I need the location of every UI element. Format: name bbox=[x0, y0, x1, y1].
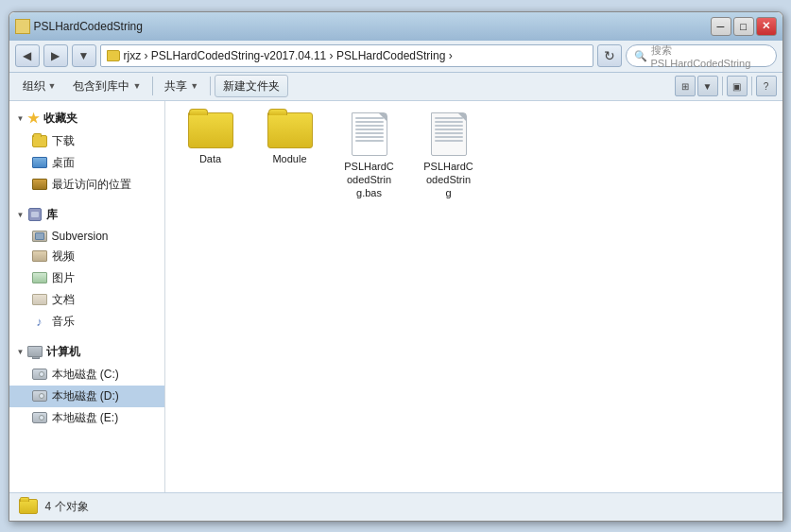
drive-e-icon bbox=[32, 411, 47, 424]
favorites-header[interactable]: ▼ ★ 收藏夹 bbox=[9, 107, 164, 130]
share-label: 共享 bbox=[164, 78, 187, 94]
new-folder-button[interactable]: 新建文件夹 bbox=[215, 75, 288, 97]
preview-pane-button[interactable]: ▣ bbox=[727, 76, 748, 96]
data-folder-icon bbox=[188, 112, 233, 148]
sidebar-item-music[interactable]: ♪ 音乐 bbox=[9, 311, 164, 333]
sidebar-item-subversion[interactable]: Subversion bbox=[9, 227, 164, 246]
sidebar-item-downloads[interactable]: 下载 bbox=[9, 130, 164, 152]
file-item-psl[interactable]: PSLHardCodedString bbox=[411, 109, 487, 204]
back-button[interactable]: ◀ bbox=[15, 44, 40, 67]
favorites-triangle: ▼ bbox=[17, 114, 25, 123]
include-library-label: 包含到库中 bbox=[73, 78, 129, 94]
subversion-icon bbox=[32, 230, 47, 243]
file-item-psl-bas[interactable]: PSLHardCodedString.bas bbox=[332, 109, 407, 204]
drive-c-label: 本地磁盘 (C:) bbox=[52, 367, 119, 383]
documents-label: 文档 bbox=[52, 292, 75, 308]
address-path[interactable]: rjxz › PSLHardCodedString-v2017.04.11 › … bbox=[100, 44, 593, 67]
library-header[interactable]: ▼ 库 bbox=[9, 203, 164, 227]
psl-bas-doc-icon bbox=[352, 112, 387, 156]
include-library-button[interactable]: 包含到库中 ▼ bbox=[65, 75, 148, 97]
toolbar-separator-4 bbox=[751, 77, 752, 95]
psl-line-7 bbox=[435, 140, 463, 142]
hdd-d-icon bbox=[32, 390, 47, 402]
main-area: ▼ ★ 收藏夹 下载 桌面 bbox=[9, 101, 782, 492]
share-arrow: ▼ bbox=[190, 81, 198, 91]
psl-line-4 bbox=[435, 129, 463, 130]
close-button[interactable]: ✕ bbox=[756, 17, 777, 36]
psl-bas-name: PSLHardCodedString.bas bbox=[344, 160, 394, 200]
downloads-label: 下载 bbox=[52, 133, 75, 149]
dropdown-button[interactable]: ▼ bbox=[72, 44, 96, 67]
toolbar: 组织 ▼ 包含到库中 ▼ 共享 ▼ 新建文件夹 ⊞ ▼ ▣ bbox=[9, 73, 782, 101]
drive-e-label: 本地磁盘 (E:) bbox=[52, 410, 119, 426]
share-button[interactable]: 共享 ▼ bbox=[157, 75, 206, 97]
refresh-icon: ↻ bbox=[604, 48, 615, 63]
music-label: 音乐 bbox=[52, 314, 75, 330]
doc-line-5 bbox=[355, 132, 384, 134]
sidebar-item-video[interactable]: 视频 bbox=[9, 246, 164, 267]
view-icon: ⊞ bbox=[681, 81, 689, 92]
computer-section: ▼ 计算机 本地磁盘 (C:) bbox=[9, 340, 164, 429]
main-window: PSLHardCodedString ─ □ ✕ ◀ ▶ ▼ rjxz › PS… bbox=[9, 11, 783, 522]
search-icon: 🔍 bbox=[634, 50, 647, 62]
forward-button[interactable]: ▶ bbox=[43, 44, 68, 67]
titlebar-buttons: ─ □ ✕ bbox=[711, 17, 777, 36]
minimize-button[interactable]: ─ bbox=[711, 17, 731, 36]
video-folder-icon bbox=[32, 250, 47, 262]
organize-button[interactable]: 组织 ▼ bbox=[15, 75, 64, 97]
psl-line-5 bbox=[435, 132, 463, 134]
psl-line-3 bbox=[435, 125, 463, 127]
pictures-icon bbox=[32, 271, 47, 284]
toolbar-separator-1 bbox=[152, 77, 153, 95]
back-icon: ◀ bbox=[23, 49, 31, 62]
dropdown-icon: ▼ bbox=[78, 49, 90, 62]
recent-icon bbox=[32, 178, 47, 191]
preview-icon: ▣ bbox=[732, 81, 741, 92]
svn-inner bbox=[35, 232, 44, 240]
drive-d-icon bbox=[32, 389, 47, 403]
doc-line-4 bbox=[355, 129, 384, 130]
downloads-folder-icon bbox=[32, 135, 47, 147]
sidebar-item-desktop[interactable]: 桌面 bbox=[9, 152, 164, 174]
sidebar-item-recent[interactable]: 最近访问的位置 bbox=[9, 174, 164, 196]
drive-d-label: 本地磁盘 (D:) bbox=[52, 388, 119, 404]
search-box[interactable]: 🔍 搜索 PSLHardCodedString bbox=[626, 44, 777, 67]
sidebar-item-drive-e[interactable]: 本地磁盘 (E:) bbox=[9, 407, 164, 429]
file-item-data[interactable]: Data bbox=[173, 109, 249, 204]
view-dropdown-icon: ▼ bbox=[703, 81, 713, 92]
library-section: ▼ 库 Subversion bbox=[9, 203, 164, 333]
maximize-button[interactable]: □ bbox=[733, 17, 754, 36]
titlebar: PSLHardCodedString ─ □ ✕ bbox=[9, 12, 782, 41]
downloads-icon bbox=[32, 134, 47, 147]
toolbar-separator-3 bbox=[722, 77, 723, 95]
toolbar-separator-2 bbox=[210, 77, 211, 95]
documents-icon bbox=[32, 293, 47, 306]
search-placeholder: 搜索 PSLHardCodedString bbox=[651, 43, 768, 69]
desktop-folder-icon bbox=[32, 157, 47, 168]
view-controls: ⊞ ▼ ▣ ? bbox=[675, 76, 777, 96]
doc-line-2 bbox=[355, 121, 384, 123]
sidebar-item-pictures[interactable]: 图片 bbox=[9, 267, 164, 289]
sidebar-item-drive-d[interactable]: 本地磁盘 (D:) bbox=[9, 386, 164, 407]
subversion-label: Subversion bbox=[52, 230, 109, 243]
subversion-folder-icon bbox=[32, 231, 47, 242]
favorites-star-icon: ★ bbox=[27, 111, 40, 126]
psl-line-6 bbox=[435, 136, 463, 138]
file-item-module[interactable]: Module bbox=[252, 109, 328, 204]
help-button[interactable]: ? bbox=[756, 76, 777, 96]
view-dropdown-button[interactable]: ▼ bbox=[697, 76, 718, 96]
forward-icon: ▶ bbox=[51, 49, 60, 62]
sidebar-item-documents[interactable]: 文档 bbox=[9, 289, 164, 311]
statusbar-count: 4 个对象 bbox=[45, 499, 89, 515]
library-icon bbox=[27, 208, 43, 221]
sidebar-item-drive-c[interactable]: 本地磁盘 (C:) bbox=[9, 364, 164, 386]
statusbar-folder-icon bbox=[19, 499, 38, 514]
view-icon-button[interactable]: ⊞ bbox=[675, 76, 696, 96]
computer-header[interactable]: ▼ 计算机 bbox=[9, 340, 164, 364]
window-icon bbox=[15, 19, 30, 34]
refresh-button[interactable]: ↻ bbox=[597, 44, 622, 67]
drive-c-icon bbox=[32, 368, 47, 381]
organize-arrow: ▼ bbox=[48, 81, 57, 91]
window-title: PSLHardCodedString bbox=[34, 20, 143, 33]
path-text: rjxz › PSLHardCodedString-v2017.04.11 › … bbox=[124, 49, 453, 62]
